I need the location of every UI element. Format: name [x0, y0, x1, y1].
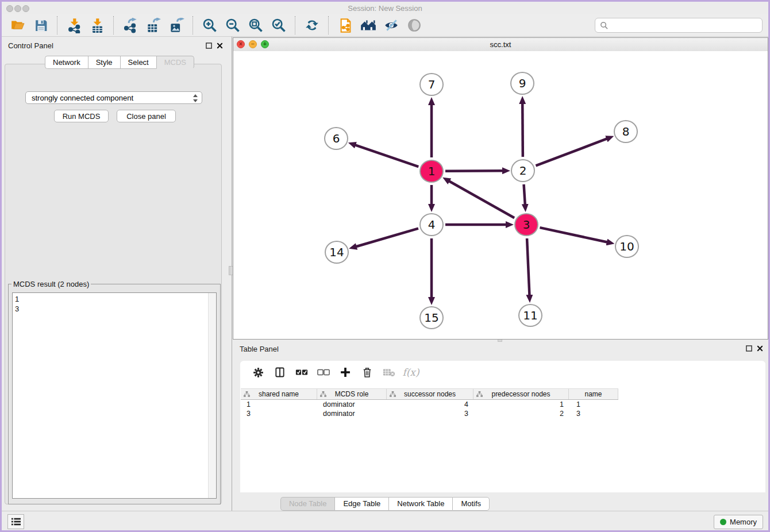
mcds-result-text[interactable]: 13	[12, 292, 217, 499]
graph-edge-1-6[interactable]	[355, 145, 418, 167]
column-browser-button[interactable]	[271, 365, 288, 380]
tab-network-table[interactable]: Network Table	[388, 497, 452, 511]
tab-style[interactable]: Style	[88, 56, 120, 69]
mcds-result-group: MCDS result (2 nodes) 13	[8, 284, 221, 504]
select-all-columns-button[interactable]	[293, 365, 310, 380]
column-header-label: shared name	[259, 390, 299, 398]
graph-edge-1-2[interactable]	[445, 171, 503, 171]
table-cell[interactable]: 4	[387, 400, 473, 409]
import-table-icon	[90, 18, 105, 33]
control-panel-tabs: NetworkStyleSelectMCDS	[45, 56, 194, 69]
attribute-settings-button[interactable]	[249, 365, 267, 380]
delete-table-button[interactable]	[380, 365, 398, 380]
criterion-value: strongly connected component	[32, 94, 133, 102]
save-session-button[interactable]	[31, 16, 51, 34]
graph-edge-3-1[interactable]	[449, 181, 514, 218]
control-panel-title: Control Panel	[8, 41, 53, 50]
column-header-name[interactable]: name	[569, 389, 618, 399]
close-panel-button[interactable]: Close panel	[117, 110, 176, 122]
graph-node-2[interactable]: 2	[511, 159, 535, 182]
graph-node-10[interactable]: 10	[615, 235, 639, 258]
column-header-shared-name[interactable]: shared name	[241, 389, 317, 399]
table-cell[interactable]: 3	[569, 409, 618, 418]
columns-icon	[274, 367, 286, 378]
mcds-result-line: 1	[15, 294, 216, 304]
run-mcds-button[interactable]: Run MCDS	[54, 110, 109, 122]
scrollbar-track[interactable]	[208, 293, 216, 498]
graph-node-9[interactable]: 9	[510, 72, 534, 95]
graph-node-6[interactable]: 6	[324, 127, 348, 150]
table-cell[interactable]: 3	[387, 409, 473, 418]
first-neighbors-button[interactable]	[359, 16, 378, 34]
graph-node-8[interactable]: 8	[614, 120, 638, 143]
unchecked-boxes-icon	[317, 368, 330, 377]
tab-motifs[interactable]: Motifs	[452, 497, 490, 511]
zoom-selected-button[interactable]	[269, 16, 288, 34]
network-title: scc.txt	[233, 40, 768, 49]
zoom-out-button[interactable]	[223, 16, 242, 34]
graph-node-7[interactable]: 7	[419, 73, 444, 96]
table-row[interactable]: 3dominator323	[241, 409, 618, 418]
column-type-icon	[476, 391, 483, 398]
graph-edge-4-14[interactable]	[356, 229, 418, 247]
tab-select[interactable]: Select	[120, 56, 156, 69]
task-history-button[interactable]	[7, 514, 24, 529]
graph-edge-2-3[interactable]	[524, 184, 525, 205]
memory-button[interactable]: Memory	[714, 515, 763, 529]
graph-node-3[interactable]: 3	[514, 213, 538, 236]
show-hidden-button[interactable]	[405, 16, 424, 34]
graph-edge-2-9[interactable]	[522, 103, 523, 157]
table-cell[interactable]: 1	[473, 400, 569, 409]
graph-edge-3-11[interactable]	[527, 238, 529, 295]
unselect-all-columns-button[interactable]	[315, 365, 332, 380]
tab-network[interactable]: Network	[45, 56, 88, 69]
duplicate-network-button[interactable]	[336, 16, 355, 34]
table-cell[interactable]: dominator	[317, 400, 387, 409]
tab-mcds[interactable]: MCDS	[156, 56, 194, 69]
hide-selected-button[interactable]	[382, 16, 401, 34]
column-header-predecessor-nodes[interactable]: predecessor nodes	[473, 389, 569, 399]
close-panel-icon[interactable]	[757, 345, 763, 352]
table-cell[interactable]: 2	[473, 409, 569, 418]
table-cell[interactable]: 1	[241, 400, 317, 409]
create-column-button[interactable]	[337, 365, 354, 380]
import-network-button[interactable]	[64, 16, 84, 34]
dropdown-stepper-icon	[192, 94, 198, 103]
export-image-button[interactable]	[167, 16, 186, 34]
duplicate-network-icon	[338, 18, 353, 33]
graph-node-15[interactable]: 15	[419, 306, 444, 329]
control-panel-actions	[206, 43, 223, 49]
table-row[interactable]: 1dominator411	[241, 400, 618, 409]
table-cell[interactable]: dominator	[317, 409, 387, 418]
table-cell[interactable]: 3	[241, 409, 317, 418]
criterion-dropdown[interactable]: strongly connected component	[25, 91, 202, 104]
network-canvas[interactable]: 1234678910111415	[233, 51, 768, 339]
export-network-button[interactable]	[121, 16, 140, 34]
table-cell[interactable]: 1	[569, 400, 618, 409]
graph-node-11[interactable]: 11	[518, 304, 542, 327]
refresh-button[interactable]	[302, 16, 322, 34]
column-header-MCDS-role[interactable]: MCDS role	[317, 389, 387, 399]
export-table-button[interactable]	[144, 16, 163, 34]
delete-column-button[interactable]	[359, 365, 376, 380]
graph-node-1[interactable]: 1	[419, 160, 444, 183]
graph-node-14[interactable]: 14	[325, 241, 349, 264]
column-header-successor-nodes[interactable]: successor nodes	[387, 389, 473, 399]
open-file-button[interactable]	[8, 16, 28, 34]
import-table-button[interactable]	[87, 16, 107, 34]
network-window-titlebar[interactable]: × − + scc.txt	[233, 38, 768, 52]
graph-edge-2-8[interactable]	[536, 138, 607, 165]
zoom-in-button[interactable]	[200, 16, 220, 34]
tab-edge-table[interactable]: Edge Table	[334, 497, 388, 511]
function-builder-button[interactable]: f(x)	[402, 365, 419, 380]
zoom-selected-icon	[271, 17, 287, 33]
tab-node-table[interactable]: Node Table	[280, 497, 335, 511]
float-panel-icon[interactable]	[206, 43, 212, 49]
mcds-result-title: MCDS result (2 nodes)	[11, 280, 91, 288]
graph-node-4[interactable]: 4	[419, 213, 444, 236]
float-panel-icon[interactable]	[746, 345, 752, 352]
close-panel-icon[interactable]	[217, 43, 223, 49]
graph-edge-3-10[interactable]	[540, 228, 607, 242]
search-input[interactable]	[609, 21, 762, 30]
zoom-fit-button[interactable]	[246, 16, 265, 34]
